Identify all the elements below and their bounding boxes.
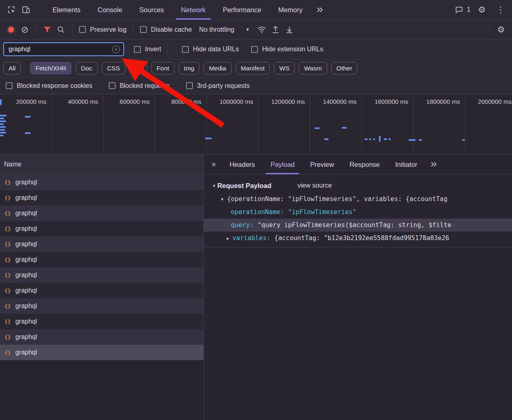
- chip-other[interactable]: Other: [331, 62, 358, 74]
- settings-button[interactable]: ⚙: [475, 2, 489, 17]
- request-row[interactable]: {}graphql: [0, 206, 203, 221]
- timeline-tick: 1400000 ms: [310, 94, 362, 154]
- double-chevron-right-icon: [316, 6, 324, 14]
- throttling-select[interactable]: No throttling ▼: [194, 26, 254, 33]
- json-string-value: "ipFlowTimeseries": [288, 208, 357, 216]
- detail-tabs-bar: × Headers Payload Preview Response Initi…: [204, 155, 512, 175]
- request-row[interactable]: {}graphql: [0, 190, 203, 206]
- preserve-log-checkbox[interactable]: [79, 26, 86, 33]
- request-row[interactable]: {}graphql: [0, 267, 203, 283]
- request-name: graphql: [15, 241, 37, 248]
- clear-filter-icon[interactable]: ×: [112, 46, 120, 53]
- blocked-response-cookies-toggle[interactable]: Blocked response cookies: [3, 82, 95, 90]
- request-name: graphql: [15, 271, 37, 279]
- network-filter-field[interactable]: ×: [3, 42, 124, 56]
- more-panels-button[interactable]: [311, 0, 329, 20]
- inspect-element-button[interactable]: [4, 2, 19, 17]
- chip-wasm[interactable]: Wasm: [299, 62, 327, 74]
- customize-devtools-button[interactable]: ⋮: [493, 2, 508, 17]
- chip-fetch-xhr[interactable]: Fetch/XHR: [30, 62, 72, 74]
- device-toolbar-icon: [22, 5, 31, 14]
- request-row[interactable]: {}graphql: [0, 252, 203, 267]
- tab-preview[interactable]: Preview: [302, 155, 342, 174]
- download-arrow-icon: [285, 25, 294, 34]
- filter-toggle-button[interactable]: [40, 23, 54, 37]
- toolbar-separator: [36, 24, 36, 35]
- funnel-filter-icon: [43, 25, 52, 34]
- close-details-button[interactable]: ×: [206, 156, 222, 173]
- preserve-log-toggle[interactable]: Preserve log: [77, 26, 129, 33]
- chip-ws[interactable]: WS: [274, 62, 295, 74]
- payload-variables-row[interactable]: ▶ variables: {accountTag: "b12e3b2192ee5…: [204, 232, 512, 245]
- tab-initiator[interactable]: Initiator: [387, 155, 425, 174]
- request-payload-section-header[interactable]: ▼ Request Payload view source: [204, 179, 512, 192]
- chip-media[interactable]: Media: [203, 62, 231, 74]
- request-row[interactable]: {}graphql: [0, 236, 203, 252]
- network-filter-input[interactable]: [6, 46, 112, 53]
- request-row[interactable]: {}graphql: [0, 329, 203, 345]
- tab-response[interactable]: Response: [342, 155, 387, 174]
- more-detail-tabs-button[interactable]: [430, 160, 438, 168]
- timeline-selection-handle[interactable]: [379, 136, 381, 142]
- network-settings-button[interactable]: ⚙: [494, 23, 508, 37]
- blocked-requests-checkbox[interactable]: [109, 82, 116, 89]
- request-row[interactable]: {}graphql: [0, 175, 203, 190]
- request-row[interactable]: {}graphql: [0, 314, 203, 329]
- payload-root-preview: {operationName: "ipFlowTimeseries", vari…: [227, 195, 447, 203]
- timeline-activity-bar: [462, 139, 465, 141]
- import-har-button[interactable]: [269, 23, 282, 37]
- third-party-requests-checkbox[interactable]: [186, 82, 193, 89]
- clear-circle-slash-icon: ⊘: [21, 25, 28, 34]
- tab-console[interactable]: Console: [89, 0, 131, 20]
- chip-font[interactable]: Font: [151, 62, 175, 74]
- blocked-requests-toggle[interactable]: Blocked requests: [106, 82, 172, 90]
- export-har-button[interactable]: [282, 23, 296, 37]
- tab-headers[interactable]: Headers: [222, 155, 263, 174]
- tab-performance[interactable]: Performance: [214, 0, 269, 20]
- tab-network[interactable]: Network: [173, 0, 214, 20]
- request-row[interactable]: {}graphql: [0, 298, 203, 314]
- name-column-header[interactable]: Name: [0, 155, 203, 175]
- console-messages-button[interactable]: 1: [455, 5, 470, 14]
- disable-cache-checkbox[interactable]: [140, 26, 147, 33]
- timeline-tick: 1800000 ms: [414, 94, 465, 154]
- chip-js[interactable]: JS: [129, 62, 147, 74]
- blocked-response-cookies-checkbox[interactable]: [6, 82, 13, 89]
- hide-data-urls-checkbox[interactable]: [182, 46, 189, 53]
- chip-css[interactable]: CSS: [102, 62, 125, 74]
- chip-all[interactable]: All: [3, 62, 21, 74]
- hide-extension-urls-toggle[interactable]: Hide extension URLs: [249, 46, 326, 53]
- clear-network-log-button[interactable]: ⊘: [18, 23, 32, 37]
- request-row[interactable]: {}graphql: [0, 221, 203, 236]
- blocked-requests-label: Blocked requests: [120, 82, 170, 90]
- fetch-braces-icon: {}: [4, 241, 11, 247]
- network-conditions-button[interactable]: [255, 23, 269, 37]
- payload-operation-row[interactable]: operationName: "ipFlowTimeseries": [204, 206, 512, 219]
- request-row-selected[interactable]: {}graphql: [0, 345, 203, 360]
- search-button[interactable]: [54, 23, 68, 37]
- payload-query-row-selected[interactable]: query: "query ipFlowTimeseries($accountT…: [204, 219, 512, 232]
- request-row[interactable]: {}graphql: [0, 283, 203, 298]
- invert-checkbox[interactable]: [134, 46, 141, 53]
- chip-img[interactable]: Img: [179, 62, 200, 74]
- json-key: variables:: [232, 234, 270, 242]
- hide-data-urls-toggle[interactable]: Hide data URLs: [179, 46, 241, 53]
- invert-filter-toggle[interactable]: Invert: [131, 46, 164, 53]
- tab-payload[interactable]: Payload: [263, 155, 302, 174]
- payload-root-row[interactable]: ▼ {operationName: "ipFlowTimeseries", va…: [204, 192, 512, 206]
- disable-cache-toggle[interactable]: Disable cache: [138, 26, 195, 33]
- timeline-activity-bar: [419, 139, 422, 141]
- chip-manifest[interactable]: Manifest: [236, 62, 270, 74]
- tab-memory[interactable]: Memory: [270, 0, 311, 20]
- tab-sources[interactable]: Sources: [131, 0, 173, 20]
- tab-elements[interactable]: Elements: [44, 0, 89, 20]
- record-network-log-button[interactable]: [4, 23, 18, 37]
- view-source-link[interactable]: view source: [298, 182, 332, 189]
- chip-doc[interactable]: Doc: [76, 62, 98, 74]
- request-name: graphql: [15, 302, 37, 310]
- blocked-response-cookies-label: Blocked response cookies: [17, 82, 92, 90]
- hide-extension-urls-checkbox[interactable]: [251, 46, 258, 53]
- network-overview-timeline[interactable]: 200000 ms 400000 ms 600000 ms 800000 ms …: [0, 94, 512, 155]
- device-toolbar-button[interactable]: [19, 2, 33, 17]
- third-party-requests-toggle[interactable]: 3rd-party requests: [184, 82, 252, 90]
